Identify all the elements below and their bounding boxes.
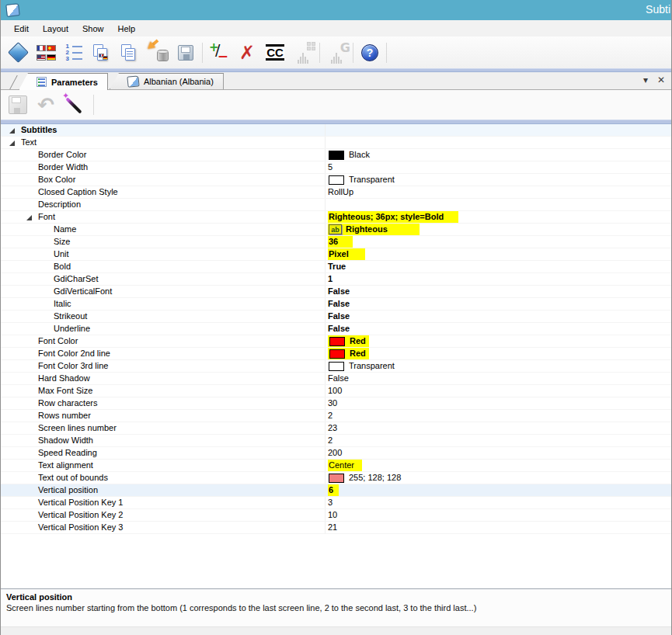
property-value[interactable]: 21 bbox=[326, 522, 671, 533]
grid-row-hard-shadow[interactable]: Hard ShadowFalse bbox=[1, 373, 671, 385]
tab-label: Parameters bbox=[51, 78, 98, 87]
grid-row-closed-caption-style[interactable]: Closed Caption StyleRollUp bbox=[1, 186, 671, 199]
property-value[interactable]: 36 bbox=[326, 236, 671, 248]
tab-close-button[interactable]: ✕ bbox=[657, 75, 665, 85]
property-value[interactable]: 100 bbox=[326, 385, 671, 397]
grid-row-row-characters[interactable]: Row characters30 bbox=[1, 397, 671, 410]
property-value[interactable]: 255; 128; 128 bbox=[326, 472, 671, 484]
menu-show[interactable]: Show bbox=[75, 23, 111, 35]
grid-row-vertical-position-key-1[interactable]: Vertical Position Key 13 bbox=[1, 497, 671, 509]
property-value[interactable] bbox=[326, 199, 671, 210]
property-value[interactable]: False bbox=[326, 373, 671, 384]
property-value[interactable]: False bbox=[326, 323, 671, 335]
languages-button[interactable] bbox=[33, 40, 58, 65]
grid-row-vertical-position-key-3[interactable]: Vertical Position Key 321 bbox=[1, 522, 671, 534]
grid-row-name[interactable]: NameabRighteous bbox=[1, 224, 671, 236]
property-value[interactable]: True bbox=[326, 261, 671, 272]
help-button[interactable]: ? bbox=[357, 40, 382, 65]
property-value[interactable]: Red bbox=[326, 335, 671, 347]
grid-row-screen-lines-number[interactable]: Screen lines number23 bbox=[1, 422, 671, 435]
grid-row-vertical-position-key-2[interactable]: Vertical Position Key 210 bbox=[1, 509, 671, 522]
expander-icon[interactable] bbox=[7, 138, 21, 147]
property-value[interactable]: 1 bbox=[326, 273, 671, 285]
property-value[interactable]: 5 bbox=[326, 161, 671, 173]
app-icon[interactable] bbox=[5, 3, 20, 17]
add-remove-lines-button[interactable]: +/− bbox=[207, 40, 232, 65]
grid-row-subtitles[interactable]: Subtitles bbox=[1, 124, 671, 137]
copy-text-button[interactable] bbox=[117, 40, 142, 65]
tab-parameters[interactable]: Parameters bbox=[19, 73, 108, 90]
property-value[interactable]: Black bbox=[326, 149, 671, 161]
grid-row-border-width[interactable]: Border Width5 bbox=[1, 161, 671, 174]
property-value[interactable]: 23 bbox=[326, 422, 671, 434]
grid-row-shadow-width[interactable]: Shadow Width2 bbox=[1, 435, 671, 447]
tab-dropdown-button[interactable]: ▾ bbox=[643, 75, 648, 85]
property-value[interactable]: 2 bbox=[326, 410, 671, 422]
closed-captions-button[interactable]: CC bbox=[263, 40, 287, 65]
property-value[interactable]: Righteous; 36px; style=Bold bbox=[326, 211, 671, 223]
property-value[interactable]: 3 bbox=[326, 497, 671, 508]
grid-row-speed-reading[interactable]: Speed Reading200 bbox=[1, 447, 671, 460]
property-value[interactable]: False bbox=[326, 298, 671, 310]
grid-row-text[interactable]: Text bbox=[1, 137, 671, 149]
grid-row-box-color[interactable]: Box ColorTransparent bbox=[1, 174, 671, 186]
property-value[interactable]: 6 bbox=[326, 484, 671, 496]
grid-row-font-color[interactable]: Font ColorRed bbox=[1, 335, 671, 348]
audio-sync-settings-button[interactable]: G bbox=[324, 40, 349, 65]
property-value[interactable]: abRighteous bbox=[326, 224, 671, 235]
grid-row-font-color-2nd-line[interactable]: Font Color 2nd lineRed bbox=[1, 348, 671, 360]
property-value[interactable]: Transparent bbox=[326, 174, 671, 186]
expander-icon[interactable] bbox=[24, 213, 38, 222]
grid-row-underline[interactable]: UnderlineFalse bbox=[1, 323, 671, 335]
property-value[interactable]: False bbox=[326, 311, 671, 322]
export-database-button[interactable] bbox=[145, 40, 170, 65]
grid-row-strikeout[interactable]: StrikeoutFalse bbox=[1, 311, 671, 323]
property-value[interactable]: False bbox=[326, 286, 671, 297]
audio-sync-button[interactable] bbox=[291, 40, 315, 65]
property-value[interactable]: Red bbox=[326, 348, 671, 359]
menu-edit[interactable]: Edit bbox=[7, 23, 36, 35]
renumber-lines-button[interactable]: 1 2 3 bbox=[61, 40, 86, 65]
property-value[interactable] bbox=[326, 124, 671, 136]
grid-row-font[interactable]: FontRighteous; 36px; style=Bold bbox=[1, 211, 671, 224]
property-value[interactable]: 200 bbox=[326, 447, 671, 459]
menu-layout[interactable]: Layout bbox=[36, 23, 75, 35]
open-subtitles-button[interactable] bbox=[5, 40, 30, 65]
grid-row-border-color[interactable]: Border ColorBlack bbox=[1, 149, 671, 161]
property-value[interactable]: Pixel bbox=[326, 248, 671, 260]
grid-row-font-color-3rd-line[interactable]: Font Color 3rd lineTransparent bbox=[1, 360, 671, 373]
tab-albanian-albania[interactable]: Albanian (Albania) bbox=[110, 73, 224, 89]
title-bar[interactable]: Subti bbox=[1, 0, 671, 20]
grid-row-bold[interactable]: BoldTrue bbox=[1, 261, 671, 273]
property-value[interactable]: 10 bbox=[326, 509, 671, 521]
grid-row-gdicharset[interactable]: GdiCharSet1 bbox=[1, 273, 671, 286]
grid-row-italic[interactable]: ItalicFalse bbox=[1, 298, 671, 311]
property-value[interactable]: RollUp bbox=[326, 186, 671, 198]
copy-translation-button[interactable] bbox=[89, 40, 114, 65]
grid-row-text-alignment[interactable]: Text alignmentCenter bbox=[1, 460, 671, 472]
property-label: Description bbox=[38, 199, 81, 210]
save-parameters-button[interactable] bbox=[5, 92, 31, 117]
expander-icon[interactable] bbox=[7, 126, 21, 135]
property-label: Box Color bbox=[38, 174, 75, 186]
property-value[interactable]: Transparent bbox=[326, 360, 671, 372]
property-value[interactable]: 30 bbox=[326, 397, 671, 409]
property-value[interactable] bbox=[326, 137, 671, 148]
grid-row-unit[interactable]: UnitPixel bbox=[1, 248, 671, 261]
grid-row-text-out-of-bounds[interactable]: Text out of bounds255; 128; 128 bbox=[1, 472, 671, 484]
grid-row-rows-number[interactable]: Rows number2 bbox=[1, 410, 671, 422]
grid-row-description[interactable]: Description bbox=[1, 199, 671, 211]
menu-help[interactable]: Help bbox=[111, 23, 143, 35]
grid-row-gdiverticalfont[interactable]: GdiVerticalFontFalse bbox=[1, 286, 671, 298]
save-button[interactable] bbox=[173, 40, 198, 65]
property-value[interactable]: Center bbox=[326, 460, 671, 471]
grid-row-max-font-size[interactable]: Max Font Size100 bbox=[1, 385, 671, 397]
delete-button[interactable]: ✗ bbox=[235, 40, 259, 65]
grid-row-vertical-position[interactable]: Vertical position6 bbox=[1, 484, 671, 497]
undo-button[interactable]: ↶ bbox=[33, 92, 59, 117]
value-text: Righteous bbox=[346, 224, 388, 235]
font-preview-ab-button[interactable]: ab bbox=[329, 224, 342, 234]
grid-row-size[interactable]: Size36 bbox=[1, 236, 671, 248]
wizard-button[interactable]: ✦ bbox=[61, 92, 87, 117]
property-value[interactable]: 2 bbox=[326, 435, 671, 446]
